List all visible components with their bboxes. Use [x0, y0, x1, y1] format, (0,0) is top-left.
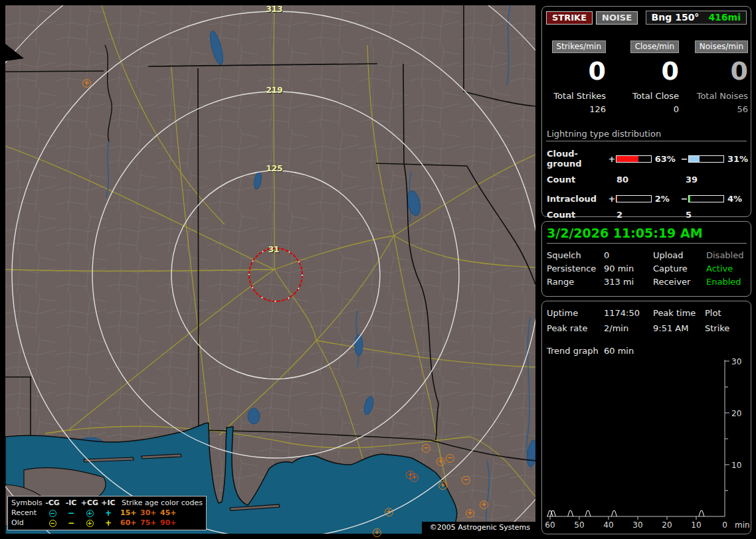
- legend-col-pos-cg: +CG: [80, 499, 99, 507]
- cg-count-label: Count: [547, 175, 575, 185]
- pos-ic-old-icon: +: [99, 518, 118, 528]
- cg-positive-bar: [616, 155, 652, 163]
- cloud-ground-row: Cloud-ground + 63% − 31%: [542, 149, 751, 169]
- strike-symbol: +: [480, 501, 488, 509]
- total-strikes-label: Total Strikes: [542, 91, 606, 101]
- strikes-per-min-column: Strikes/min 0 Total Strikes 126: [542, 39, 606, 114]
- cloud-ground-label: Cloud-ground: [547, 149, 608, 169]
- legend-header-row: Symbols -CG -IC +CG +IC Strike age color…: [11, 498, 203, 508]
- close-per-min-value: 0: [606, 58, 679, 84]
- upload-status: Disabled: [706, 250, 743, 260]
- trend-spikes: [547, 511, 704, 517]
- legend-age-header: Strike age color codes: [118, 499, 203, 507]
- age-15: 15+: [118, 508, 138, 517]
- copyright-notice: ©2005 Astrogenic Systems: [422, 522, 535, 534]
- capture-label: Capture: [653, 264, 688, 273]
- persistence-label: Persistence: [547, 264, 596, 273]
- age-60: 60+: [118, 518, 138, 527]
- legend-col-neg-ic: -IC: [62, 499, 80, 507]
- cg-negative-bar: [688, 155, 724, 163]
- x-axis-unit: min: [735, 520, 750, 530]
- strike-symbol: +: [82, 79, 91, 88]
- status-panel: 3/2/2026 11:05:19 AM Squelch 0 Upload Di…: [541, 221, 751, 297]
- legend-recent-label: Recent: [11, 508, 43, 517]
- y-tick-30: 30: [731, 357, 741, 366]
- ic-count-label: Count: [547, 210, 575, 220]
- capture-status: Active: [706, 264, 733, 273]
- noises-per-min-column: Noises/min 0 Total Noises 56: [679, 39, 748, 114]
- strike-symbol: +: [436, 457, 445, 466]
- ic-negative-count: 5: [686, 210, 692, 220]
- legend-col-neg-cg: -CG: [43, 499, 62, 507]
- y-tick-20: 20: [731, 409, 741, 418]
- age-45: 45+: [157, 508, 177, 517]
- strike-symbol: −: [462, 476, 470, 485]
- neg-cg-old-icon: −: [49, 520, 56, 527]
- strike-symbol: −: [422, 444, 430, 453]
- x-tick-0: 0: [722, 520, 727, 530]
- total-close-value: 0: [606, 104, 679, 114]
- x-tick-50: 50: [574, 520, 584, 530]
- y-tick-10: 10: [731, 461, 741, 470]
- x-tick-10: 10: [691, 520, 701, 530]
- receiver-status: Enabled: [706, 277, 741, 287]
- status-row: Squelch 0 Upload Disabled: [542, 250, 751, 264]
- mode-toolbar: STRIKE NOISE Bng 150°416mi: [542, 7, 751, 25]
- x-tick-40: 40: [603, 520, 613, 530]
- pos-cg-old-icon: +: [86, 520, 94, 527]
- stats-trend-panel: Uptime 1174:50 Peak time Plot Peak rate …: [541, 301, 751, 534]
- legend-symbols-header: Symbols: [11, 499, 43, 507]
- age-75: 75+: [138, 518, 157, 527]
- x-tick-30: 30: [632, 520, 642, 530]
- minus-sign: −: [681, 194, 689, 204]
- strike-symbol: +: [410, 473, 419, 482]
- ic-positive-bar: [616, 195, 652, 202]
- range-value: 313 mi: [604, 277, 634, 287]
- status-row: Range 313 mi Receiver Enabled: [542, 277, 751, 290]
- legend-recent-row: Recent − − + + 15+ 30+ 45+: [11, 508, 203, 518]
- neg-cg-recent-icon: −: [49, 510, 56, 517]
- minus-sign: −: [681, 154, 689, 164]
- strike-mode-button[interactable]: STRIKE: [546, 11, 593, 25]
- legend-col-pos-ic: +IC: [99, 499, 118, 507]
- ic-positive-pct: 2%: [655, 194, 681, 204]
- strike-counter-panel: STRIKE NOISE Bng 150°416mi Strikes/min 0…: [541, 6, 751, 217]
- bearing-label: Bng 150°: [652, 12, 700, 23]
- plus-sign: +: [608, 194, 616, 204]
- distribution-title: Lightning type distribution: [546, 129, 747, 141]
- pos-ic-recent-icon: +: [99, 508, 118, 518]
- strikes-per-min-button[interactable]: Strikes/min: [552, 40, 606, 53]
- strike-symbol: +: [385, 508, 393, 516]
- cg-negative-pct: 31%: [727, 154, 751, 164]
- strikes-per-min-value: 0: [542, 58, 606, 84]
- strike-symbol-layer: +−+−+++−++++: [5, 5, 535, 534]
- squelch-value: 0: [604, 250, 609, 260]
- cg-positive-pct: 63%: [655, 154, 681, 164]
- close-per-min-button[interactable]: Close/min: [630, 40, 679, 53]
- squelch-label: Squelch: [547, 250, 581, 260]
- receiver-label: Receiver: [653, 277, 690, 287]
- x-tick-60: 60: [545, 520, 555, 530]
- noise-mode-button[interactable]: NOISE: [596, 11, 638, 25]
- trend-axes: [547, 360, 729, 520]
- legend-old-row: Old − − + + 60+ 75+ 90+: [11, 518, 203, 528]
- bearing-distance: 416mi: [708, 12, 741, 23]
- total-strikes-value: 126: [542, 104, 606, 114]
- age-90: 90+: [157, 518, 177, 527]
- neg-ic-old-icon: −: [62, 518, 80, 528]
- strike-symbol: −: [446, 454, 454, 463]
- cg-count-row: Count 80 39: [542, 175, 751, 185]
- upload-label: Upload: [653, 250, 684, 260]
- total-noises-label: Total Noises: [679, 91, 748, 101]
- noises-per-min-button[interactable]: Noises/min: [695, 40, 748, 53]
- noises-per-min-value: 0: [679, 58, 748, 84]
- plus-sign: +: [608, 154, 616, 164]
- cg-negative-count: 39: [686, 175, 698, 185]
- strike-symbol: +: [466, 509, 474, 518]
- ic-negative-bar: [688, 195, 724, 202]
- lightning-map[interactable]: 313 219 125 31 +−+−+++−++++ Symbols -CG …: [5, 5, 535, 534]
- symbols-legend: Symbols -CG -IC +CG +IC Strike age color…: [7, 496, 207, 530]
- ic-positive-count: 2: [616, 210, 622, 220]
- neg-ic-recent-icon: −: [62, 508, 80, 518]
- x-tick-20: 20: [662, 520, 672, 530]
